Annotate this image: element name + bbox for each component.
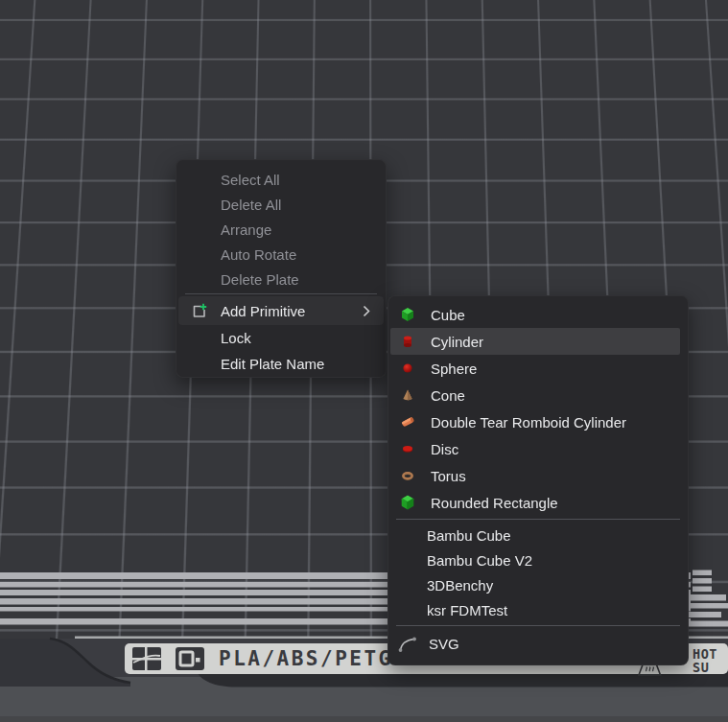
- menu-item-label: Edit Plate Name: [221, 356, 324, 372]
- floor-shadow: [0, 716, 728, 722]
- cube-icon: [398, 307, 417, 322]
- submenu-item-label: Cube: [431, 307, 465, 323]
- submenu-item-rounded-rectangle[interactable]: Rounded Rectangle: [388, 489, 688, 516]
- add-primitive-submenu: Cube Cylinder: [387, 295, 689, 665]
- viewport-3d[interactable]: PLA/ABS/PETG HOT SU Select All Delete Al…: [0, 0, 728, 722]
- submenu-item-svg[interactable]: SVG: [388, 629, 688, 658]
- cylinder-icon: [398, 334, 417, 349]
- submenu-item-3dbenchy[interactable]: 3DBenchy: [388, 572, 688, 597]
- chevron-right-icon: [363, 305, 370, 317]
- rounded-rectangle-icon: [398, 495, 417, 510]
- submenu-item-label: Disc: [431, 441, 458, 457]
- menu-item-label: Select All: [221, 172, 280, 188]
- submenu-item-double-tear-romboid-cylinder[interactable]: Double Tear Romboid Cylinder: [388, 408, 688, 435]
- romboid-cylinder-icon: [398, 414, 417, 430]
- submenu-item-sphere[interactable]: Sphere: [388, 355, 688, 382]
- plate-label: PLA/ABS/PETG: [219, 647, 393, 670]
- plate-stripes-right: [689, 571, 728, 627]
- submenu-item-label: Cylinder: [431, 334, 483, 350]
- submenu-separator: [396, 625, 680, 626]
- cone-icon: [398, 387, 417, 403]
- disc-icon: [398, 441, 417, 456]
- submenu-item-label: Double Tear Romboid Cylinder: [431, 414, 626, 431]
- submenu-item-label: Sphere: [431, 361, 477, 377]
- add-primitive-icon: [189, 302, 209, 320]
- menu-separator: [185, 293, 377, 294]
- menu-item-label: Lock: [221, 330, 251, 346]
- context-menu: Select All Delete All Arrange Auto Rotat…: [176, 159, 387, 378]
- bambu-logo-icon: [132, 647, 161, 670]
- menu-item-arrange[interactable]: Arrange: [176, 217, 386, 242]
- menu-item-label: Delete Plate: [221, 271, 299, 288]
- submenu-separator: [396, 519, 680, 520]
- menu-item-label: Delete All: [221, 197, 281, 213]
- menu-item-label: Arrange: [221, 221, 271, 238]
- torus-icon: [398, 468, 417, 483]
- sphere-icon: [398, 361, 417, 376]
- menu-item-auto-rotate[interactable]: Auto Rotate: [176, 242, 386, 267]
- submenu-item-ksr-fdmtest[interactable]: ksr FDMTest: [388, 597, 688, 622]
- menu-item-delete-all[interactable]: Delete All: [176, 192, 386, 217]
- submenu-item-label: ksr FDMTest: [427, 602, 507, 618]
- submenu-item-label: Bambu Cube V2: [427, 552, 532, 569]
- submenu-item-disc[interactable]: Disc: [388, 435, 688, 462]
- submenu-item-label: Cone: [431, 387, 465, 404]
- plate-type-icon: [176, 647, 204, 670]
- submenu-item-cube[interactable]: Cube: [388, 301, 688, 328]
- menu-item-lock[interactable]: Lock: [176, 325, 386, 351]
- menu-item-add-primitive[interactable]: Add Primitive: [178, 296, 384, 325]
- submenu-item-cone[interactable]: Cone: [388, 382, 688, 408]
- menu-item-delete-plate[interactable]: Delete Plate: [176, 267, 386, 291]
- submenu-item-label: Bambu Cube: [427, 527, 511, 544]
- hot-surface-label-line2: SU: [693, 660, 709, 675]
- submenu-item-label: SVG: [429, 636, 459, 652]
- menu-item-select-all[interactable]: Select All: [176, 167, 386, 192]
- submenu-item-torus[interactable]: Torus: [388, 462, 688, 489]
- menu-item-label: Add Primitive: [221, 303, 363, 319]
- submenu-item-bambu-cube-v2[interactable]: Bambu Cube V2: [388, 547, 688, 572]
- svg-curve-icon: [396, 634, 419, 653]
- menu-item-label: Auto Rotate: [221, 246, 296, 263]
- submenu-item-label: 3DBenchy: [427, 577, 493, 594]
- submenu-item-label: Torus: [431, 468, 466, 484]
- menu-item-edit-plate-name[interactable]: Edit Plate Name: [176, 351, 386, 377]
- submenu-item-cylinder[interactable]: Cylinder: [390, 328, 680, 355]
- submenu-item-label: Rounded Rectangle: [431, 495, 558, 511]
- submenu-item-bambu-cube[interactable]: Bambu Cube: [388, 523, 688, 547]
